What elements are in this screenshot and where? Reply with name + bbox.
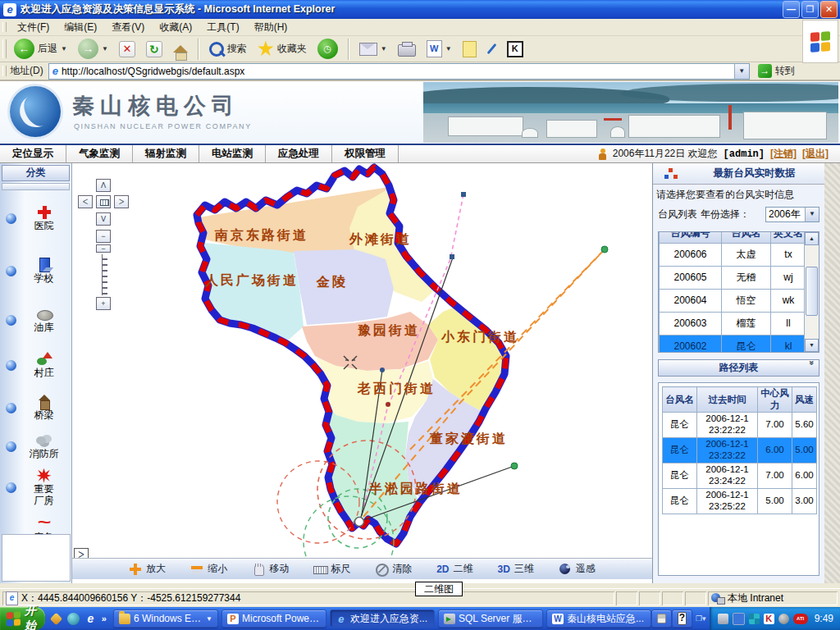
- favorites-button[interactable]: 收藏夹: [253, 39, 311, 60]
- table-row[interactable]: 昆仑2006-12-1 23:25:225.003.00: [663, 489, 817, 514]
- table-row[interactable]: 200603榴莲ll: [660, 313, 805, 336]
- quick-launch-overflow[interactable]: »: [102, 614, 107, 623]
- search-button[interactable]: 搜索: [205, 39, 251, 59]
- sidebar-item[interactable]: 村庄: [0, 343, 71, 387]
- double-chevron-icon[interactable]: »: [807, 361, 816, 376]
- typhoon-table[interactable]: 台风编号台风名英文名200606太虚tx200605无稽wj200604悟空wk…: [659, 232, 804, 352]
- center-button[interactable]: [96, 195, 111, 208]
- menu-item[interactable]: 帮助(H): [247, 19, 295, 36]
- zoom-out-step-button[interactable]: −: [96, 230, 111, 243]
- minimize-button[interactable]: —: [783, 1, 800, 18]
- tray-ati-icon[interactable]: ATI: [793, 614, 808, 624]
- edit-button[interactable]: W▼: [422, 38, 456, 60]
- home-button[interactable]: [169, 43, 192, 55]
- go-button[interactable]: → 转到: [758, 64, 795, 78]
- scroll-thumb[interactable]: [806, 267, 818, 316]
- zoom-slider-track[interactable]: [102, 254, 107, 295]
- map-tool-clear[interactable]: 清除: [375, 562, 412, 576]
- title-bar[interactable]: e 欢迎进入应急资源及决策信息显示系统 - Microsoft Internet…: [0, 0, 840, 19]
- map-tool-ruler[interactable]: 标尺: [313, 562, 350, 576]
- tray-round-icon[interactable]: [778, 614, 789, 624]
- pan-down-button[interactable]: ᐯ: [96, 212, 111, 226]
- scroll-down-button[interactable]: ▼: [805, 339, 819, 352]
- stop-button[interactable]: ✕: [115, 39, 139, 60]
- table-row[interactable]: 200604悟空wk: [660, 290, 805, 313]
- menu-item[interactable]: 编辑(E): [57, 19, 104, 36]
- menu-item[interactable]: 工具(T): [199, 19, 246, 36]
- forward-button[interactable]: → ▼: [74, 36, 112, 62]
- refresh-button[interactable]: ↻: [142, 39, 167, 60]
- scroll-up-button[interactable]: ▲: [805, 232, 819, 245]
- tray-antivirus-icon[interactable]: K: [764, 614, 774, 624]
- address-input[interactable]: e http://localhost/QSgridwebgis/default.…: [48, 63, 750, 80]
- desktop-toggle-icon[interactable]: ❐▾: [696, 614, 706, 623]
- map-tool-remote[interactable]: 遥感: [559, 562, 596, 576]
- menu-item[interactable]: 查看(V): [104, 19, 152, 36]
- quick-launch-icon[interactable]: [67, 613, 80, 625]
- taskbar-task[interactable]: 欢迎进入应急资...: [330, 609, 435, 628]
- map-tool-zoom-in[interactable]: 放大: [129, 562, 166, 576]
- table-row[interactable]: 200605无稽wj: [660, 267, 805, 290]
- nav-tab[interactable]: 电站监测: [199, 145, 266, 162]
- taskbar-task[interactable]: Microsoft PowerP...: [221, 609, 326, 628]
- taskbar-task[interactable]: 秦山核电站应急...: [546, 609, 651, 628]
- print-button[interactable]: [394, 39, 420, 59]
- table-row[interactable]: 200602昆仑kl: [660, 336, 805, 353]
- toolbar-grip[interactable]: [2, 22, 7, 32]
- map-tool-2d[interactable]: 2D二维: [436, 562, 472, 576]
- path-table[interactable]: 台风名过去时间中心风力风速昆仑2006-12-1 23:22:227.005.6…: [662, 386, 817, 514]
- logout-link[interactable]: [注销]: [770, 147, 797, 161]
- zoom-slider-handle[interactable]: −: [96, 244, 111, 253]
- notes-button[interactable]: [459, 39, 481, 60]
- table-row[interactable]: 昆仑2006-12-1 23:23:226.005.00: [663, 438, 817, 463]
- sidebar-item[interactable]: 桥梁: [0, 387, 71, 428]
- menu-item[interactable]: 收藏(A): [152, 19, 199, 36]
- menu-item[interactable]: 文件(F): [10, 19, 57, 36]
- nav-tab[interactable]: 权限管理: [332, 145, 399, 162]
- table-row[interactable]: 昆仑2006-12-1 23:24:227.006.00: [663, 463, 817, 489]
- keyboard-toolbar-button[interactable]: [651, 609, 672, 628]
- map-canvas[interactable]: 南京东路街道 外滩街道 人民广场街道 金陵 豫园街道 小东门街道 老西门街道 董…: [72, 163, 652, 563]
- sidebar-item[interactable]: 医院: [0, 192, 71, 244]
- sidebar-item[interactable]: 油库: [0, 297, 71, 343]
- sidebar-item[interactable]: 学校: [0, 244, 71, 297]
- pan-left-button[interactable]: ᐸ: [78, 195, 93, 208]
- scrollbar[interactable]: ▲ ▼: [804, 232, 819, 352]
- address-dropdown-button[interactable]: ▼: [734, 64, 749, 79]
- tray-sql-icon[interactable]: [718, 614, 728, 624]
- quick-launch-icon[interactable]: [50, 612, 63, 625]
- nav-tab[interactable]: 定位显示: [0, 145, 66, 162]
- mail-button[interactable]: ▼: [355, 40, 391, 58]
- zoom-in-step-button[interactable]: +: [96, 297, 111, 310]
- start-button[interactable]: 开始: [0, 607, 45, 630]
- map-tool-zoom-out[interactable]: 缩小: [190, 562, 227, 576]
- taskbar-task[interactable]: 6 Windows Expl...▼: [113, 609, 218, 628]
- tray-network-icon[interactable]: [733, 613, 745, 625]
- nav-tab[interactable]: 应急处理: [266, 145, 332, 162]
- sidebar-item[interactable]: 重要 厂房: [0, 464, 71, 510]
- k-tool-button[interactable]: K: [503, 39, 527, 60]
- map-tool-3d[interactable]: 3D三维: [498, 562, 534, 576]
- exit-link[interactable]: [退出]: [802, 147, 829, 161]
- table-row[interactable]: 200606太虚tx: [660, 244, 805, 267]
- chevron-down-icon[interactable]: ▼: [805, 208, 819, 221]
- ie-quick-launch-icon[interactable]: e: [84, 613, 97, 625]
- year-select[interactable]: 2006年 ▼: [765, 207, 819, 222]
- nav-tab[interactable]: 气象监测: [66, 145, 133, 162]
- pan-up-button[interactable]: ᐱ: [96, 179, 111, 192]
- tray-grid-icon[interactable]: [749, 614, 760, 624]
- toolbar-grip[interactable]: [2, 66, 7, 76]
- close-button[interactable]: ✕: [820, 1, 838, 18]
- map-tool-pan[interactable]: 移动: [252, 562, 289, 576]
- messenger-button[interactable]: [483, 40, 500, 57]
- back-button[interactable]: ← 后退 ▼: [10, 36, 71, 62]
- sidebar-item[interactable]: 消防所: [0, 428, 71, 464]
- pan-right-button[interactable]: ᐳ: [114, 195, 129, 208]
- nav-tab[interactable]: 辐射监测: [133, 145, 199, 162]
- toolbar-grip[interactable]: [2, 39, 7, 58]
- help-toolbar-button[interactable]: ?: [672, 609, 692, 628]
- path-list-bar[interactable]: 路径列表 »: [658, 359, 819, 377]
- table-row[interactable]: 昆仑2006-12-1 23:22:227.005.60: [663, 413, 817, 438]
- taskbar-task[interactable]: SQL Server 服务...: [438, 609, 543, 628]
- history-button[interactable]: ◷: [313, 36, 342, 62]
